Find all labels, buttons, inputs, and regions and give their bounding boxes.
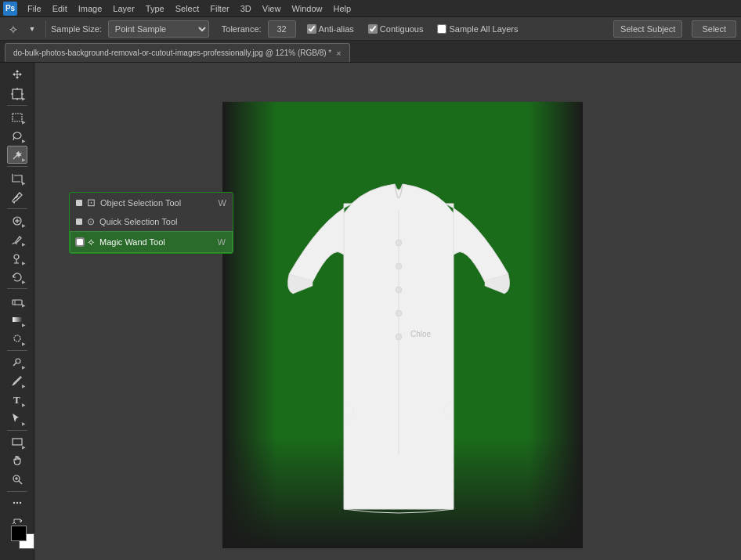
svg-rect-15 <box>13 300 22 305</box>
healing-brush-btn[interactable]: ▶ <box>7 211 27 229</box>
menu-edit[interactable]: Edit <box>47 2 73 15</box>
svg-rect-0 <box>13 89 22 99</box>
extra-tools-btn[interactable] <box>7 494 27 512</box>
color-picker[interactable] <box>11 526 36 547</box>
blur-tool-btn[interactable]: ▶ <box>7 330 27 348</box>
tool-dropdown-menu: ⊡ Object Selection Tool W ⊙ Quick Select… <box>69 192 233 254</box>
canvas-area: Chloe ⊡ Object Selection Tool W ⊙ Quick <box>34 63 741 560</box>
object-selection-label: Object Selection Tool <box>100 198 181 208</box>
menu-help[interactable]: Help <box>328 2 357 15</box>
svg-marker-9 <box>16 151 22 158</box>
svg-text:Chloe: Chloe <box>410 330 432 338</box>
tab-close-button[interactable]: × <box>336 49 341 58</box>
svg-point-32 <box>396 263 402 269</box>
menu-view[interactable]: View <box>257 2 287 15</box>
menu-type[interactable]: Type <box>140 2 170 15</box>
menu-3d[interactable]: 3D <box>235 2 257 15</box>
sample-all-layers-group: Sample All Layers <box>437 24 521 34</box>
magic-wand-icon: ⟡ <box>88 236 95 248</box>
contiguous-checkbox[interactable] <box>368 24 378 34</box>
dodge-tool-btn[interactable]: ▶ <box>7 352 27 370</box>
wand-arrow-btn[interactable]: ▼ <box>23 20 41 38</box>
select-button[interactable]: Select <box>692 20 736 38</box>
app-icon: Ps <box>3 2 17 16</box>
svg-line-7 <box>13 137 14 140</box>
svg-line-24 <box>19 481 22 484</box>
magic-wand-tool-btn[interactable]: ▶ <box>7 146 27 164</box>
text-tool-btn[interactable]: T ▶ <box>7 391 27 409</box>
svg-point-27 <box>13 502 14 504</box>
shape-tool-btn[interactable]: ▶ <box>7 433 27 451</box>
move-tool-btn[interactable] <box>7 66 27 84</box>
foreground-color-box[interactable] <box>11 526 27 541</box>
menu-layer[interactable]: Layer <box>107 2 140 15</box>
tab-filename: do-bulk-photos-background-removal-or-cut… <box>13 49 331 57</box>
svg-line-20 <box>13 363 16 366</box>
menu-select[interactable]: Select <box>170 2 205 15</box>
document-tab[interactable]: do-bulk-photos-background-removal-or-cut… <box>5 43 350 62</box>
tolerance-label: Tolerance: <box>222 24 262 34</box>
quick-selection-dot <box>76 219 82 225</box>
svg-point-14 <box>14 255 19 259</box>
svg-point-6 <box>13 132 21 139</box>
artboard-tool-btn[interactable]: ▶ <box>7 85 27 103</box>
object-selection-shortcut: W <box>219 198 226 208</box>
contiguous-group: Contiguous <box>368 24 427 34</box>
left-toolbar: ▶ ▶ ▶ ▶ ▶ ▶ <box>0 63 34 560</box>
quick-selection-icon: ⊙ <box>87 216 95 227</box>
eyedropper-tool-btn[interactable] <box>7 188 27 206</box>
svg-point-28 <box>16 502 17 504</box>
sample-size-select[interactable]: Point Sample3 by 3 Average5 by 5 Average… <box>108 20 209 38</box>
sample-all-layers-label: Sample All Layers <box>449 24 518 34</box>
rectangular-marquee-btn[interactable]: ▶ <box>7 108 27 126</box>
tab-bar: do-bulk-photos-background-removal-or-cut… <box>0 41 741 63</box>
quick-selection-tool-item[interactable]: ⊙ Quick Selection Tool <box>70 212 233 231</box>
crop-tool-btn[interactable]: ▶ <box>7 169 27 187</box>
tolerance-input[interactable] <box>268 20 296 38</box>
menu-bar: Ps File Edit Image Layer Type Select Fil… <box>0 0 741 17</box>
pen-tool-btn[interactable]: ▶ <box>7 372 27 390</box>
tool-icon-group: ⟡ ▼ <box>5 20 46 38</box>
shirt-svg: Chloe <box>273 180 524 540</box>
anti-alias-label: Anti-alias <box>319 24 354 34</box>
clone-stamp-btn[interactable]: ▶ <box>7 249 27 267</box>
select-subject-button[interactable]: Select Subject <box>613 20 682 38</box>
menu-filter[interactable]: Filter <box>204 2 234 15</box>
svg-point-18 <box>14 335 20 341</box>
object-selection-dot <box>76 200 82 206</box>
svg-rect-5 <box>13 114 22 121</box>
magic-wand-dot <box>77 239 83 245</box>
main-area: ▶ ▶ ▶ ▶ ▶ ▶ <box>0 63 741 560</box>
eraser-tool-btn[interactable]: ▶ <box>7 291 27 309</box>
options-toolbar: ⟡ ▼ Sample Size: Point Sample3 by 3 Aver… <box>0 17 741 41</box>
svg-point-35 <box>396 334 402 340</box>
path-selection-btn[interactable]: ▶ <box>7 410 27 428</box>
menu-file[interactable]: File <box>22 2 47 15</box>
svg-rect-22 <box>13 439 22 445</box>
sample-size-label: Sample Size: <box>51 24 102 34</box>
brush-tool-btn[interactable]: ▶ <box>7 230 27 248</box>
magic-wand-label: Magic Wand Tool <box>99 237 165 247</box>
history-brush-btn[interactable]: ▶ <box>7 268 27 286</box>
sample-all-layers-checkbox[interactable] <box>437 24 446 34</box>
wand-icon-btn[interactable]: ⟡ <box>5 20 22 38</box>
lasso-tool-btn[interactable]: ▶ <box>7 127 27 145</box>
svg-point-33 <box>396 287 402 293</box>
gradient-tool-btn[interactable]: ▶ <box>7 310 27 328</box>
svg-rect-17 <box>13 317 22 322</box>
magic-wand-tool-item[interactable]: ⟡ Magic Wand Tool W <box>70 231 233 253</box>
svg-point-34 <box>396 310 402 316</box>
menu-window[interactable]: Window <box>286 2 327 15</box>
object-selection-icon: ⊡ <box>87 197 96 208</box>
quick-selection-label: Quick Selection Tool <box>99 217 177 226</box>
image-canvas: Chloe <box>222 102 583 548</box>
svg-point-29 <box>19 502 20 504</box>
zoom-tool-btn[interactable] <box>7 471 27 489</box>
menu-image[interactable]: Image <box>73 2 108 15</box>
object-selection-tool-item[interactable]: ⊡ Object Selection Tool W <box>70 193 233 212</box>
hand-tool-btn[interactable] <box>7 452 27 470</box>
contiguous-label: Contiguous <box>380 24 424 34</box>
magic-wand-shortcut: W <box>218 237 226 247</box>
anti-alias-checkbox[interactable] <box>307 24 316 34</box>
anti-alias-group: Anti-alias <box>307 24 357 34</box>
